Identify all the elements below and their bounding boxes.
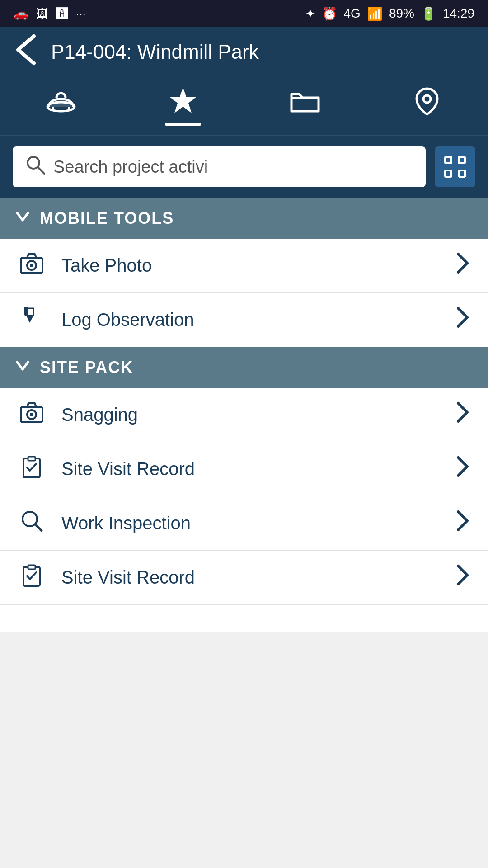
- bottom-overflow-indicator: [0, 605, 488, 632]
- page-title: P14-004: Windmill Park: [51, 41, 259, 63]
- battery-icon: 🔋: [421, 6, 436, 21]
- car-icon: 🚗: [14, 7, 28, 21]
- search-icon: [25, 155, 45, 179]
- search-box[interactable]: [13, 146, 426, 187]
- list-item-snagging[interactable]: Snagging: [0, 388, 488, 442]
- svg-point-21: [30, 413, 33, 416]
- more-icon: ···: [76, 7, 86, 21]
- snagging-label: Snagging: [61, 405, 439, 425]
- image-icon: 🖼: [36, 7, 48, 21]
- tab-hard-hat[interactable]: [0, 85, 122, 126]
- pin-note-icon: [18, 306, 45, 335]
- search-circle-icon: [18, 509, 45, 538]
- battery-level: 89%: [389, 6, 414, 21]
- svg-rect-7: [445, 157, 451, 163]
- search-area: [0, 136, 488, 198]
- camera-icon-take-photo: [18, 251, 45, 280]
- tab-bar: [0, 77, 488, 136]
- work-inspection-arrow: [455, 509, 470, 538]
- log-observation-arrow: [455, 306, 470, 334]
- tab-favorites[interactable]: [122, 85, 244, 126]
- location-pin-icon: [411, 85, 443, 121]
- site-visit-2-arrow: [455, 563, 470, 592]
- list-item-work-inspection[interactable]: Work Inspection: [0, 496, 488, 551]
- work-inspection-label: Work Inspection: [61, 513, 439, 533]
- snagging-arrow: [455, 401, 470, 429]
- svg-marker-3: [169, 87, 197, 113]
- site-visit-record-2-label: Site Visit Record: [61, 567, 439, 588]
- chevron-down-icon-mobile-tools: [14, 208, 31, 229]
- status-left: 🚗 🖼 🅰 ···: [14, 7, 86, 21]
- svg-point-16: [30, 264, 33, 267]
- svg-rect-23: [28, 457, 35, 461]
- site-visit-1-arrow: [455, 455, 470, 483]
- take-photo-label: Take Photo: [61, 255, 439, 276]
- list-item-log-observation[interactable]: Log Observation: [0, 293, 488, 347]
- svg-rect-8: [459, 157, 465, 163]
- folder-icon: [289, 85, 321, 121]
- svg-rect-9: [445, 170, 451, 177]
- camera-icon-snagging: [18, 401, 45, 429]
- back-button[interactable]: [14, 34, 38, 70]
- svg-point-4: [423, 95, 431, 103]
- header: P14-004: Windmill Park: [0, 27, 488, 77]
- section-header-site-pack[interactable]: SITE PACK: [0, 347, 488, 388]
- tab-folder[interactable]: [244, 85, 366, 126]
- take-photo-arrow: [455, 251, 470, 280]
- list-item-site-visit-1[interactable]: Site Visit Record: [0, 442, 488, 496]
- alarm-icon: ⏰: [322, 6, 338, 21]
- star-icon: [167, 85, 199, 121]
- list-item-take-photo[interactable]: Take Photo: [0, 239, 488, 293]
- log-observation-label: Log Observation: [61, 310, 439, 330]
- status-right: ✦ ⏰ 4G 📶 89% 🔋 14:29: [305, 6, 474, 21]
- list-item-site-visit-2[interactable]: Site Visit Record: [0, 551, 488, 605]
- status-bar: 🚗 🖼 🅰 ··· ✦ ⏰ 4G 📶 89% 🔋 14:29: [0, 0, 488, 27]
- amazon-icon: 🅰: [56, 7, 68, 21]
- clock-display: 14:29: [443, 6, 474, 21]
- hard-hat-icon: [45, 85, 77, 121]
- svg-rect-27: [28, 565, 35, 569]
- search-input[interactable]: [53, 157, 413, 177]
- section-title-site-pack: SITE PACK: [40, 358, 133, 377]
- section-header-mobile-tools[interactable]: MOBILE TOOLS: [0, 198, 488, 239]
- section-title-mobile-tools: MOBILE TOOLS: [40, 209, 174, 228]
- svg-marker-18: [26, 316, 33, 323]
- svg-line-25: [35, 524, 42, 531]
- signal-bars-icon: 📶: [367, 6, 383, 21]
- svg-line-6: [38, 167, 44, 174]
- tab-location[interactable]: [366, 85, 488, 126]
- network-icon: 4G: [344, 6, 361, 21]
- site-visit-record-1-label: Site Visit Record: [61, 459, 439, 479]
- bluetooth-icon: ✦: [305, 6, 315, 21]
- scan-button[interactable]: [435, 146, 475, 187]
- chevron-down-icon-site-pack: [14, 357, 31, 378]
- clipboard-check-icon-2: [18, 563, 45, 592]
- clipboard-check-icon-1: [18, 455, 45, 484]
